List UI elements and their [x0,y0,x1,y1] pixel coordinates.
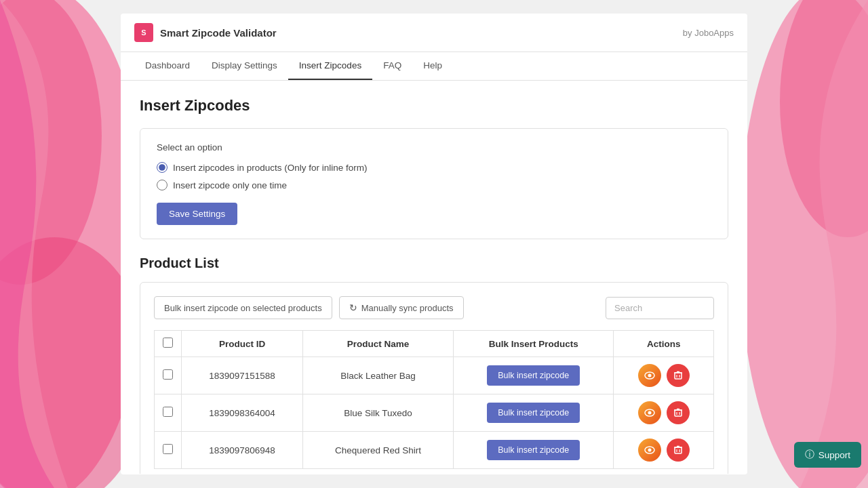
support-icon: ⓘ [805,449,814,461]
view-button[interactable] [638,439,661,462]
support-label: Support [818,450,850,460]
svg-point-15 [648,411,651,415]
table-row: 1839097806948 Chequered Red Shirt Bulk i… [155,432,714,469]
eye-icon [644,407,655,418]
search-input[interactable] [606,297,714,319]
header-left: S Smart Zipcode Validator [134,23,277,42]
toolbar-left: Bulk insert zipcode on selected products… [154,296,464,319]
radio-item-inline[interactable]: Insert zipcodes in products (Only for in… [157,162,711,173]
main-container: S Smart Zipcode Validator by JoboApps Da… [121,14,747,474]
view-button[interactable] [638,401,661,424]
radio-once-label: Insert zipcode only one time [173,180,287,190]
app-title: Smart Zipcode Validator [160,27,277,39]
header-product-name: Product Name [303,331,454,357]
row-checkbox-cell [155,357,182,394]
bulk-insert-selected-button[interactable]: Bulk insert zipcode on selected products [154,296,332,319]
svg-text:S: S [141,28,146,37]
support-button[interactable]: ⓘ Support [794,442,861,468]
nav-display-settings[interactable]: Display Settings [201,52,288,80]
row-product-id: 1839097806948 [182,432,303,469]
page-title: Insert Zipcodes [140,97,728,115]
header-bulk-insert: Bulk Insert Products [453,331,614,357]
action-buttons [622,439,705,462]
options-label: Select an option [157,142,711,152]
row-actions-cell [614,357,714,394]
row-product-id: 1839097151588 [182,357,303,394]
product-list-card: Bulk insert zipcode on selected products… [140,282,728,474]
product-list-title: Product List [140,256,728,271]
app-logo: S [134,23,153,42]
action-buttons [622,401,705,424]
row-actions-cell [614,394,714,432]
row-checkbox[interactable] [163,369,173,380]
select-all-checkbox[interactable] [163,338,173,348]
radio-item-once[interactable]: Insert zipcode only one time [157,180,711,190]
product-table: Product ID Product Name Bulk Insert Prod… [154,330,714,469]
svg-point-4 [780,0,868,237]
row-product-id: 1839098364004 [182,394,303,432]
row-bulk-insert-cell: Bulk insert zipcode [453,394,614,432]
row-bulk-insert-cell: Bulk insert zipcode [453,357,614,394]
save-settings-button[interactable]: Save Settings [157,203,237,225]
svg-point-22 [648,449,651,452]
svg-rect-9 [675,373,682,379]
delete-button[interactable] [667,364,690,387]
view-button[interactable] [638,364,661,387]
sync-icon: ↻ [349,302,357,313]
svg-rect-23 [675,447,682,453]
radio-group: Insert zipcodes in products (Only for in… [157,162,711,190]
main-nav: Dashboard Display Settings Insert Zipcod… [121,52,747,81]
radio-inline[interactable] [157,162,167,173]
row-checkbox-cell [155,394,182,432]
svg-point-1 [0,0,102,285]
eye-icon [644,370,655,381]
page-content: Insert Zipcodes Select an option Insert … [121,81,747,474]
row-checkbox[interactable] [163,444,173,454]
app-by: by JoboApps [683,28,734,38]
nav-faq[interactable]: FAQ [372,52,412,80]
action-buttons [622,364,705,387]
header-checkbox-col [155,331,182,357]
bulk-insert-row-button[interactable]: Bulk insert zipcode [487,440,580,460]
sync-label: Manually sync products [361,303,454,313]
table-row: 1839097151588 Black Leather Bag Bulk ins… [155,357,714,394]
svg-rect-16 [675,410,682,416]
row-product-name: Blue Silk Tuxedo [303,394,454,432]
svg-point-8 [648,374,651,378]
trash-icon [673,408,683,418]
svg-point-3 [739,0,868,488]
delete-button[interactable] [667,401,690,424]
header-actions: Actions [614,331,714,357]
app-header: S Smart Zipcode Validator by JoboApps [121,14,747,52]
row-actions-cell [614,432,714,469]
row-product-name: Chequered Red Shirt [303,432,454,469]
trash-icon [673,445,683,455]
header-product-id: Product ID [182,331,303,357]
nav-insert-zipcodes[interactable]: Insert Zipcodes [288,52,372,80]
delete-button[interactable] [667,439,690,462]
eye-icon [644,445,655,455]
bulk-insert-row-button[interactable]: Bulk insert zipcode [487,403,580,423]
nav-help[interactable]: Help [412,52,453,80]
table-row: 1839098364004 Blue Silk Tuxedo Bulk inse… [155,394,714,432]
row-product-name: Black Leather Bag [303,357,454,394]
manually-sync-button[interactable]: ↻ Manually sync products [339,296,464,319]
radio-inline-label: Insert zipcodes in products (Only for in… [173,163,368,173]
row-checkbox-cell [155,432,182,469]
row-checkbox[interactable] [163,407,173,417]
product-toolbar: Bulk insert zipcode on selected products… [154,296,714,319]
options-card: Select an option Insert zipcodes in prod… [140,128,728,239]
row-bulk-insert-cell: Bulk insert zipcode [453,432,614,469]
nav-dashboard[interactable]: Dashboard [134,52,201,80]
trash-icon [673,371,683,380]
bulk-insert-row-button[interactable]: Bulk insert zipcode [487,365,580,386]
radio-once[interactable] [157,180,167,190]
